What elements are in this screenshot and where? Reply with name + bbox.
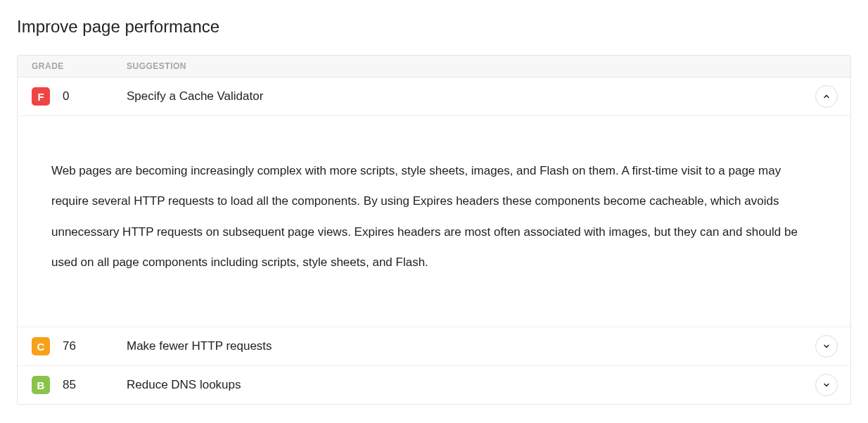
suggestion-text: Specify a Cache Validator xyxy=(127,89,836,103)
table-row[interactable]: F 0 Specify a Cache Validator xyxy=(18,77,850,116)
grade-badge: C xyxy=(32,337,50,355)
chevron-up-icon xyxy=(822,92,831,101)
expand-button[interactable] xyxy=(815,374,838,396)
chevron-down-icon xyxy=(822,381,831,389)
grade-col: B 85 xyxy=(32,376,127,394)
suggestion-text: Reduce DNS lookups xyxy=(127,378,836,392)
header-grade: GRADE xyxy=(32,61,127,71)
table-header: GRADE SUGGESTION xyxy=(18,56,850,77)
grade-col: C 76 xyxy=(32,337,127,355)
grade-score: 76 xyxy=(63,339,76,353)
grade-score: 85 xyxy=(63,378,76,392)
suggestion-detail: Web pages are becoming increasingly comp… xyxy=(18,116,850,327)
grade-score: 0 xyxy=(63,89,69,103)
table-row[interactable]: B 85 Reduce DNS lookups xyxy=(18,366,850,404)
page-title: Improve page performance xyxy=(17,17,851,37)
expand-button[interactable] xyxy=(815,335,838,358)
table-row[interactable]: C 76 Make fewer HTTP requests xyxy=(18,327,850,366)
grade-col: F 0 xyxy=(32,87,127,106)
chevron-down-icon xyxy=(822,342,831,351)
grade-badge: B xyxy=(32,376,50,394)
suggestions-panel: GRADE SUGGESTION F 0 Specify a Cache Val… xyxy=(17,55,851,405)
grade-badge: F xyxy=(32,87,50,106)
collapse-button[interactable] xyxy=(815,85,838,108)
header-suggestion: SUGGESTION xyxy=(127,61,186,71)
suggestion-text: Make fewer HTTP requests xyxy=(127,339,836,353)
